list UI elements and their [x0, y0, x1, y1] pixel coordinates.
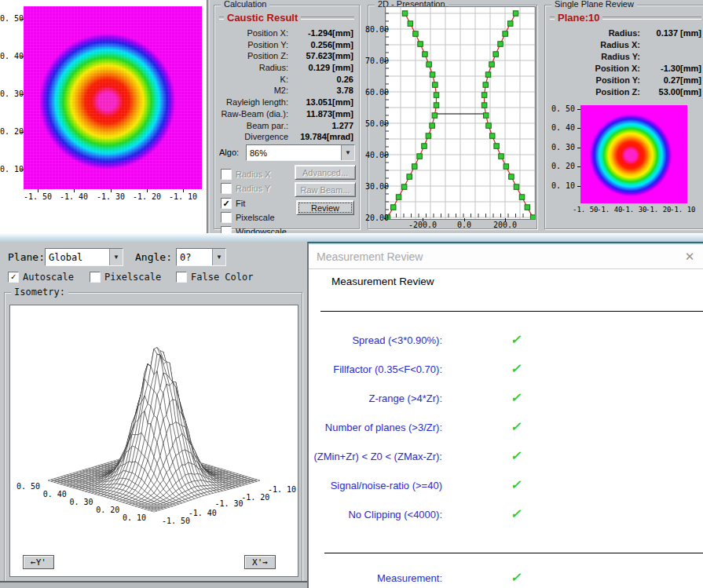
iso-x-tick-label: -1. 10 [268, 485, 296, 494]
review-item-label: Z-range (>4*Zr): [309, 393, 442, 404]
bottom-strip [0, 581, 307, 588]
row-label: Rayleigh length: [219, 97, 292, 108]
caustic-result-title: Caustic Result [224, 12, 301, 24]
caustic-plot-svg [386, 7, 535, 219]
angle-select[interactable]: 0? ▼ [176, 248, 226, 266]
isometry-groupbox: Isometry: ←Y' X'→ 0. 500. 400. 300. 200.… [4, 292, 302, 583]
data-row: Position Y:0.27[mm] [550, 75, 701, 86]
review-item: Z-range (>4*Zr):✓ [309, 393, 703, 410]
checkbox-box[interactable] [221, 212, 232, 223]
axis-tick-label: 0.0 [449, 221, 480, 229]
review-item: No Clipping (<4000):✓ [309, 509, 703, 526]
review-item-label: Fillfactor (0.35<F<0.70): [309, 363, 442, 375]
presentation-2d-panel: 2D - Presentation 80.0070.0060.0050.0040… [365, 0, 539, 233]
axis-tick-mark [577, 186, 580, 187]
data-row: Position X:-1.294[mm] [219, 27, 353, 39]
data-row: Radius:0.129 [mm] [219, 62, 353, 74]
review-divider-bottom [324, 553, 703, 553]
rotate-x-button[interactable]: X'→ [244, 555, 276, 569]
axis-tick-label: -1. 10 [670, 206, 694, 214]
row-value: 0.129 [mm] [292, 62, 353, 74]
data-row: Position Z:53.00[mm] [550, 86, 701, 98]
row-value: 0.137 [mm] [645, 27, 701, 39]
axis-tick-label: -1. 30 [95, 192, 126, 201]
review-item: Fillfactor (0.35<F<0.70):✓ [309, 363, 703, 381]
single-plane-group-label: Single Plane Review [551, 0, 637, 9]
axis-tick-label: 0. 50 [0, 14, 20, 23]
plane-title: Plane:10 [555, 12, 602, 24]
checkbox-box[interactable]: ✓ [221, 198, 232, 209]
review-item: (ZMin+Zr) < Z0 < (ZMax-Zr):✓ [309, 451, 703, 468]
advanced-button: Advanced... [295, 165, 356, 180]
check-pass-icon: ✓ [510, 419, 524, 434]
row-label: Position Y: [219, 39, 292, 51]
axis-tick-label: 0. 40 [545, 123, 575, 132]
rotate-y-button[interactable]: ←Y' [23, 555, 54, 569]
caustic-plot[interactable] [385, 6, 536, 220]
axis-tick-label: 0. 20 [545, 162, 575, 170]
horizontal-splitter[interactable] [0, 233, 703, 242]
checkbox-box[interactable] [90, 272, 101, 283]
review-titlebar[interactable]: Measurement Review ✕ [309, 244, 703, 269]
reviewbutton[interactable]: Review [296, 200, 354, 215]
iso-x-tick-label: -1. 20 [241, 493, 269, 502]
axis-tick-mark [577, 109, 580, 110]
axis-tick-mark [505, 218, 506, 221]
plane-select[interactable]: Global ▼ [45, 248, 123, 266]
checkbox-false-color[interactable]: False Color [176, 272, 253, 283]
review-window-title: Measurement Review [317, 250, 423, 263]
algo-dropdown[interactable]: 86% ▼ [246, 144, 355, 161]
axis-tick-mark [464, 218, 465, 221]
plane-select-label: Plane: [8, 251, 45, 263]
check-pass-icon: ✓ [510, 570, 524, 585]
row-value: 13.051[mm] [292, 97, 353, 108]
axis-tick-mark [147, 189, 148, 192]
plane-select-arrow-icon[interactable]: ▼ [109, 249, 123, 265]
row-label: Raw-Beam (dia.): [219, 108, 292, 120]
review-item-label: (ZMin+Zr) < Z0 < (ZMax-Zr): [309, 451, 442, 462]
review-item-label: No Clipping (<4000): [309, 509, 442, 520]
data-row: Position Y:0.256[mm] [219, 39, 353, 51]
row-label: K: [219, 74, 292, 86]
checkbox-box[interactable] [221, 183, 232, 194]
row-label: Radius: [219, 62, 292, 74]
caustic-result-rows: Position X:-1.294[mm]Position Y:0.256[mm… [219, 27, 353, 143]
checkbox-label: Radius Y [236, 184, 270, 193]
iso-x-tick-label: -1. 30 [215, 499, 243, 508]
beam-falsecolor-image-small[interactable] [580, 105, 687, 203]
algo-dropdown-arrow-icon[interactable]: ▼ [341, 145, 354, 160]
angle-select-arrow-icon[interactable]: ▼ [212, 249, 225, 265]
axis-tick-label: 200.0 [489, 221, 521, 229]
data-row: Position X:-1.30[mm] [550, 63, 701, 75]
axis-tick-label: 0. 10 [0, 165, 20, 173]
checkbox-box[interactable] [176, 272, 187, 283]
check-pass-icon: ✓ [510, 361, 524, 376]
axis-tick-mark [384, 61, 386, 62]
axis-tick-label: 0. 40 [0, 52, 20, 60]
review-item: Spread (<3*0.90%):✓ [309, 334, 703, 352]
checkbox-fit[interactable]: ✓Fit [221, 198, 245, 209]
checkbox-pixelscale[interactable]: Pixelscale [90, 272, 161, 283]
raw-beam-button: Raw Beam... [295, 182, 356, 197]
checkbox-box[interactable]: ✓ [8, 272, 19, 283]
axis-tick-label: 0. 20 [0, 127, 20, 136]
checkbox-label: Pixelscale [104, 272, 161, 283]
axis-tick-label: 50.00 [365, 119, 383, 128]
checkbox-pixelscale[interactable]: Pixelscale [221, 212, 275, 223]
row-value: 0.26 [292, 74, 353, 86]
data-row: Position Z:57.623[mm] [219, 50, 353, 62]
beam-falsecolor-image-large[interactable] [24, 6, 202, 189]
checkbox-autoscale[interactable]: ✓Autoscale [8, 272, 74, 283]
plane-select-value: Global [46, 251, 109, 264]
isometry-plot[interactable]: ←Y' X'→ 0. 500. 400. 300. 200. 10-1. 10-… [9, 305, 298, 577]
checkbox-box[interactable] [221, 169, 232, 180]
checkbox-radius-y[interactable]: Radius Y [221, 183, 270, 194]
close-icon[interactable]: ✕ [683, 250, 697, 264]
axis-tick-label: -1. 40 [597, 206, 621, 214]
axis-tick-label: 20.00 [365, 214, 383, 222]
iso-y-tick-label: 0. 50 [16, 482, 40, 491]
row-value: 1.277 [292, 120, 353, 132]
axis-tick-label: -1. 40 [58, 192, 90, 201]
checkbox-radius-x[interactable]: Radius X [221, 169, 271, 180]
review-heading: Measurement Review [331, 276, 434, 287]
